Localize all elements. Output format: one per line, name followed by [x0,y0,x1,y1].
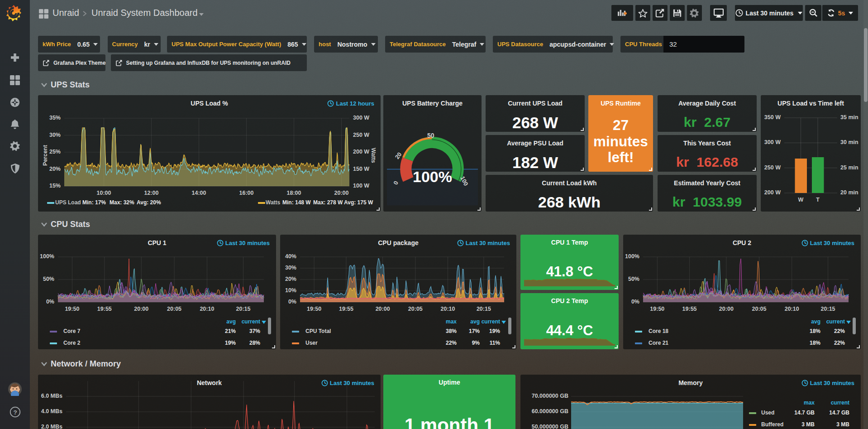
svg-text:?: ? [13,409,17,416]
